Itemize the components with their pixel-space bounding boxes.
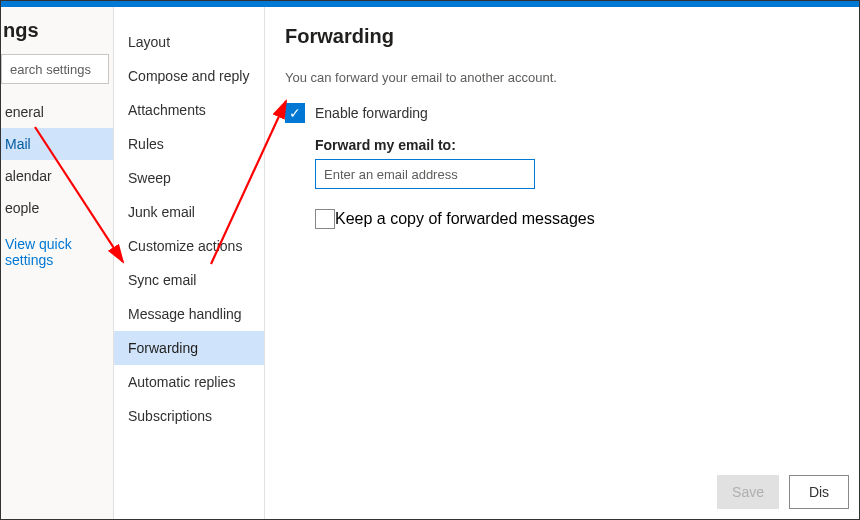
keep-copy-checkbox[interactable]: [315, 209, 335, 229]
subnav-customize-actions[interactable]: Customize actions: [114, 229, 264, 263]
subnav-sync-email[interactable]: Sync email: [114, 263, 264, 297]
search-settings-container: [1, 54, 109, 84]
subnav-junk-email[interactable]: Junk email: [114, 195, 264, 229]
main-panel: Forwarding You can forward your email to…: [265, 7, 859, 519]
enable-forwarding-label: Enable forwarding: [315, 105, 428, 121]
subnav-message-handling[interactable]: Message handling: [114, 297, 264, 331]
nav-general[interactable]: eneral: [1, 96, 113, 128]
settings-title: ngs: [3, 19, 113, 54]
nav-mail[interactable]: Mail: [1, 128, 113, 160]
nav-calendar[interactable]: alendar: [1, 160, 113, 192]
discard-button[interactable]: Dis: [789, 475, 849, 509]
subnav-attachments[interactable]: Attachments: [114, 93, 264, 127]
subnav-layout[interactable]: Layout: [114, 25, 264, 59]
keep-copy-label: Keep a copy of forwarded messages: [335, 210, 595, 228]
subnav-rules[interactable]: Rules: [114, 127, 264, 161]
search-settings-input[interactable]: [1, 54, 109, 84]
page-description: You can forward your email to another ac…: [285, 70, 839, 85]
subnav-subscriptions[interactable]: Subscriptions: [114, 399, 264, 433]
nav-people[interactable]: eople: [1, 192, 113, 224]
save-button: Save: [717, 475, 779, 509]
page-title: Forwarding: [285, 25, 839, 48]
settings-primary-nav: ngs eneral Mail alendar eople View quick…: [1, 7, 114, 519]
subnav-automatic-replies[interactable]: Automatic replies: [114, 365, 264, 399]
forward-to-label: Forward my email to:: [315, 137, 839, 153]
enable-forwarding-checkbox[interactable]: [285, 103, 305, 123]
view-quick-settings-link[interactable]: View quick settings: [1, 228, 113, 276]
subnav-forwarding[interactable]: Forwarding: [114, 331, 264, 365]
mail-settings-subnav: Layout Compose and reply Attachments Rul…: [114, 7, 265, 519]
forward-to-input[interactable]: [315, 159, 535, 189]
subnav-compose-and-reply[interactable]: Compose and reply: [114, 59, 264, 93]
footer-actions: Save Dis: [717, 475, 849, 509]
subnav-sweep[interactable]: Sweep: [114, 161, 264, 195]
